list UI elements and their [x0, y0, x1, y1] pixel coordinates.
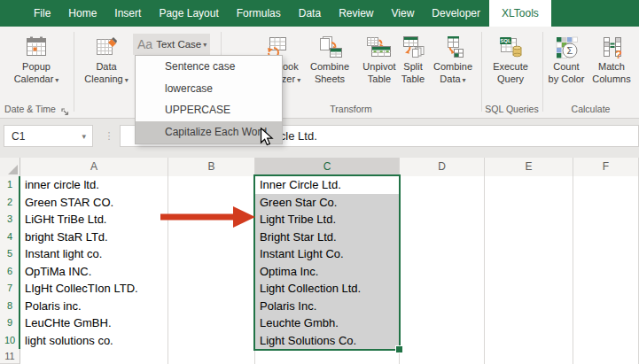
cell-B3[interactable] [168, 211, 255, 229]
cell-F5[interactable] [573, 245, 639, 264]
cell-B4[interactable] [168, 228, 255, 247]
select-all-corner[interactable] [0, 158, 20, 177]
cell-A10[interactable]: light solutions co. [20, 332, 168, 351]
cell-D1[interactable] [400, 176, 485, 195]
row-header-8[interactable]: 8 [0, 298, 20, 316]
cell-D8[interactable] [400, 298, 485, 316]
cell-C8[interactable]: Polaris Inc. [255, 298, 400, 316]
chevron-down-icon[interactable]: ▾ [82, 132, 92, 141]
cell-B2[interactable] [168, 194, 255, 213]
match-columns-button[interactable]: ? Match Columns [588, 31, 635, 111]
cell-C2[interactable]: Green Star Co. [255, 194, 400, 213]
cell-A1[interactable]: inner circle ltd. [20, 176, 168, 195]
split-table-button[interactable]: Split Table [395, 31, 431, 111]
cell-D10[interactable] [400, 332, 485, 351]
cell-F7[interactable] [573, 280, 639, 298]
cell-A5[interactable]: Instant light co. [20, 245, 168, 264]
cell-A8[interactable]: Polaris inc. [20, 298, 168, 316]
cell-D9[interactable] [400, 314, 485, 333]
tab-developer[interactable]: Developer [423, 0, 489, 27]
cell-F2[interactable] [573, 194, 639, 213]
cell-C11[interactable] [255, 349, 400, 364]
data-cleaning-button[interactable]: Data Cleaning▾ [78, 31, 135, 111]
tab-view[interactable]: View [383, 0, 424, 27]
cell-A2[interactable]: Green STAR CO. [20, 194, 168, 213]
cell-F9[interactable] [573, 314, 639, 333]
cell-A11[interactable] [20, 349, 168, 364]
cell-A6[interactable]: OpTiMa INC. [20, 263, 168, 282]
row-header-4[interactable]: 4 [0, 228, 20, 247]
cell-C3[interactable]: Light Tribe Ltd. [255, 211, 400, 229]
cell-C4[interactable]: Bright Star Ltd. [255, 228, 400, 247]
cell-E7[interactable] [485, 280, 573, 298]
tab-home[interactable]: Home [59, 0, 105, 27]
cell-B7[interactable] [168, 280, 255, 298]
cell-D7[interactable] [400, 280, 485, 298]
cell-D2[interactable] [400, 194, 485, 213]
cell-A4[interactable]: bright StaR LTd. [20, 228, 168, 247]
row-header-9[interactable]: 9 [0, 314, 20, 333]
cell-B10[interactable] [168, 332, 255, 351]
cell-D11[interactable] [400, 349, 485, 364]
column-header-c[interactable]: C [255, 158, 400, 177]
cell-C10[interactable]: Light Solutions Co. [255, 332, 400, 351]
popup-calendar-button[interactable]: Popup Calendar▾ [5, 31, 67, 111]
tab-data[interactable]: Data [290, 0, 330, 27]
menu-item-uppercase[interactable]: UPPERCASE [136, 99, 282, 121]
cell-D5[interactable] [400, 245, 485, 264]
tab-xltools[interactable]: XLTools [489, 0, 551, 27]
cell-E3[interactable] [485, 211, 573, 229]
cell-D6[interactable] [400, 263, 485, 282]
tab-review[interactable]: Review [330, 0, 382, 27]
row-header-6[interactable]: 6 [0, 263, 20, 282]
tab-file[interactable]: File [25, 0, 59, 27]
row-header-3[interactable]: 3 [0, 211, 20, 229]
cell-C1[interactable]: Inner Circle Ltd. [255, 176, 400, 195]
tab-insert[interactable]: Insert [105, 0, 150, 27]
row-header-1[interactable]: 1 [0, 176, 20, 195]
cell-B6[interactable] [168, 263, 255, 282]
cell-A7[interactable]: LIgHt CollecTIon LTD. [20, 280, 168, 298]
column-header-e[interactable]: E [485, 158, 573, 177]
cell-D4[interactable] [400, 228, 485, 247]
cell-E10[interactable] [485, 332, 573, 351]
cell-E1[interactable] [485, 176, 573, 195]
menu-item-lowercase[interactable]: lowercase [136, 78, 282, 100]
cell-E11[interactable] [485, 349, 573, 364]
combine-sheets-button[interactable]: Combine Sheets [301, 31, 358, 111]
tab-formulas[interactable]: Formulas [228, 0, 290, 27]
combine-data-button[interactable]: Combine Data▾ [429, 31, 477, 111]
cell-C5[interactable]: Instant Light Co. [255, 245, 400, 264]
cell-E5[interactable] [485, 245, 573, 264]
cell-F11[interactable] [573, 349, 639, 364]
cell-B8[interactable] [168, 298, 255, 316]
tab-page-layout[interactable]: Page Layout [150, 0, 227, 27]
cell-E4[interactable] [485, 228, 573, 247]
execute-query-button[interactable]: SQL Execute Query [487, 31, 534, 111]
cell-E2[interactable] [485, 194, 573, 213]
column-header-f[interactable]: F [573, 158, 639, 177]
count-by-color-button[interactable]: Σ Count by Color [546, 31, 587, 111]
cell-F4[interactable] [573, 228, 639, 247]
row-header-2[interactable]: 2 [0, 194, 20, 213]
column-header-b[interactable]: B [168, 158, 255, 177]
cell-B11[interactable] [168, 349, 255, 364]
cell-E9[interactable] [485, 314, 573, 333]
cell-F8[interactable] [573, 298, 639, 316]
cell-A3[interactable]: LiGHt TriBe Ltd. [20, 211, 168, 229]
menu-item-sentence-case[interactable]: Sentence case [136, 56, 282, 78]
cell-F6[interactable] [573, 263, 639, 282]
cell-C7[interactable]: Light Collection Ltd. [255, 280, 400, 298]
cell-B9[interactable] [168, 314, 255, 333]
cell-B5[interactable] [168, 245, 255, 264]
row-header-7[interactable]: 7 [0, 280, 20, 298]
cell-C9[interactable]: Leuchte Gmbh. [255, 314, 400, 333]
column-header-a[interactable]: A [20, 158, 168, 177]
cell-A9[interactable]: LeuCHte GmBH. [20, 314, 168, 333]
cell-E6[interactable] [485, 263, 573, 282]
cell-F10[interactable] [573, 332, 639, 351]
text-case-button[interactable]: Aa Text Case ▾ [133, 34, 210, 55]
name-box[interactable]: C1 ▾ [4, 125, 93, 147]
fill-handle[interactable] [395, 345, 403, 353]
formula-bar-splitter[interactable]: ⋮ [103, 125, 115, 147]
